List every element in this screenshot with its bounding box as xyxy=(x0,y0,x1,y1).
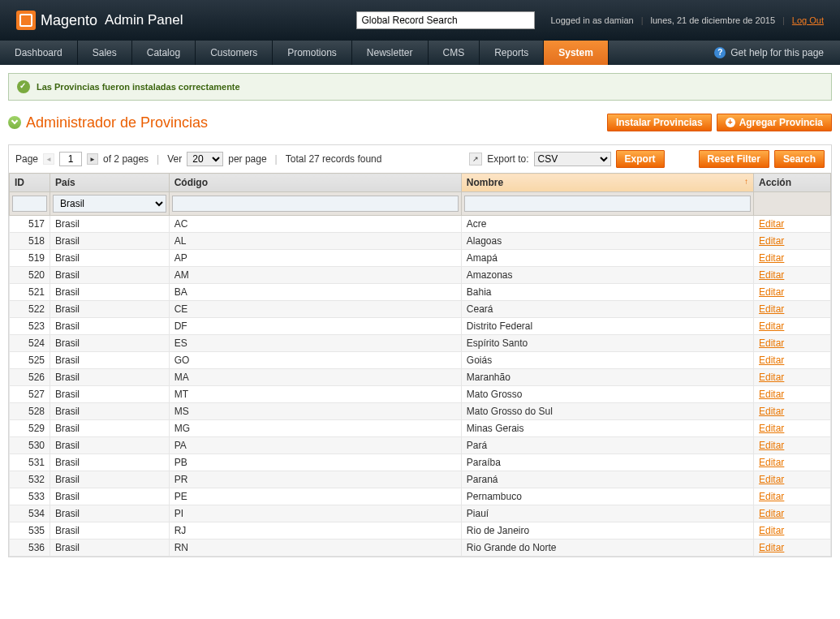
col-header-codigo[interactable]: Código xyxy=(169,174,461,192)
table-row[interactable]: 518BrasilALAlagoasEditar xyxy=(10,233,831,250)
edit-link[interactable]: Editar xyxy=(759,525,784,536)
table-row[interactable]: 526BrasilMAMaranhãoEditar xyxy=(10,369,831,386)
edit-link[interactable]: Editar xyxy=(759,269,784,281)
cell-id: 524 xyxy=(10,335,50,352)
install-provincias-button[interactable]: Instalar Provincias xyxy=(607,114,712,131)
nav-newsletter[interactable]: Newsletter xyxy=(352,41,429,65)
cell-nombre: Distrito Federal xyxy=(461,318,753,335)
col-header-id[interactable]: ID xyxy=(10,174,50,192)
edit-link[interactable]: Editar xyxy=(759,440,784,451)
nav-promotions[interactable]: Promotions xyxy=(273,41,352,65)
col-header-pais[interactable]: País xyxy=(50,174,170,192)
table-row[interactable]: 525BrasilGOGoiásEditar xyxy=(10,352,831,369)
logout-link[interactable]: Log Out xyxy=(792,15,824,25)
nav-sales[interactable]: Sales xyxy=(78,41,132,65)
edit-link[interactable]: Editar xyxy=(759,303,784,315)
cell-nombre: Mato Grosso xyxy=(461,386,753,403)
table-row[interactable]: 534BrasilPIPiauíEditar xyxy=(10,505,831,522)
edit-link[interactable]: Editar xyxy=(759,423,784,434)
edit-link[interactable]: Editar xyxy=(759,457,784,468)
filter-codigo-input[interactable] xyxy=(172,196,459,212)
search-button[interactable]: Search xyxy=(774,150,825,168)
edit-link[interactable]: Editar xyxy=(759,508,784,519)
edit-link[interactable]: Editar xyxy=(759,372,784,383)
cell-id: 521 xyxy=(10,284,50,301)
table-row[interactable]: 520BrasilAMAmazonasEditar xyxy=(10,267,831,284)
edit-link[interactable]: Editar xyxy=(759,355,784,366)
edit-link[interactable]: Editar xyxy=(759,235,784,247)
cell-id: 534 xyxy=(10,505,50,522)
table-row[interactable]: 517BrasilACAcreEditar xyxy=(10,216,831,233)
cell-nombre: Mato Grosso do Sul xyxy=(461,403,753,420)
nav-customers[interactable]: Customers xyxy=(196,41,273,65)
cell-nombre: Acre xyxy=(461,216,753,233)
table-row[interactable]: 533BrasilPEPernambucoEditar xyxy=(10,488,831,505)
edit-link[interactable]: Editar xyxy=(759,320,784,332)
table-row[interactable]: 521BrasilBABahiaEditar xyxy=(10,284,831,301)
cell-accion: Editar xyxy=(754,488,831,505)
cell-nombre: Piauí xyxy=(461,505,753,522)
cell-codigo: CE xyxy=(169,301,461,318)
page-input[interactable] xyxy=(59,152,82,166)
add-provincia-button[interactable]: + Agregar Provincia xyxy=(717,114,832,131)
nav-reports[interactable]: Reports xyxy=(480,41,544,65)
table-row[interactable]: 524BrasilESEspírito SantoEditar xyxy=(10,335,831,352)
edit-link[interactable]: Editar xyxy=(759,491,784,502)
table-row[interactable]: 522BrasilCECearáEditar xyxy=(10,301,831,318)
table-row[interactable]: 529BrasilMGMinas GeraisEditar xyxy=(10,420,831,437)
edit-link[interactable]: Editar xyxy=(759,286,784,298)
cell-nombre: Bahia xyxy=(461,284,753,301)
cell-accion: Editar xyxy=(754,505,831,522)
cell-id: 532 xyxy=(10,471,50,488)
cell-accion: Editar xyxy=(754,369,831,386)
filter-id-input[interactable] xyxy=(12,196,47,212)
main-nav: DashboardSalesCatalogCustomersPromotions… xyxy=(0,41,840,65)
filter-nombre-input[interactable] xyxy=(464,196,751,212)
help-link[interactable]: ? Get help for this page xyxy=(714,41,840,65)
cell-pais: Brasil xyxy=(50,437,170,454)
cell-codigo: BA xyxy=(169,284,461,301)
edit-link[interactable]: Editar xyxy=(759,406,784,417)
cell-nombre: Pernambuco xyxy=(461,488,753,505)
cell-id: 531 xyxy=(10,454,50,471)
nav-catalog[interactable]: Catalog xyxy=(132,41,196,65)
col-header-accion[interactable]: Acción xyxy=(754,174,831,192)
table-row[interactable]: 528BrasilMSMato Grosso do SulEditar xyxy=(10,403,831,420)
table-row[interactable]: 519BrasilAPAmapáEditar xyxy=(10,250,831,267)
logo[interactable]: Magento Admin Panel xyxy=(16,11,183,30)
cell-accion: Editar xyxy=(754,216,831,233)
table-row[interactable]: 530BrasilPAParáEditar xyxy=(10,437,831,454)
cell-codigo: MA xyxy=(169,369,461,386)
table-row[interactable]: 535BrasilRJRio de JaneiroEditar xyxy=(10,522,831,539)
edit-link[interactable]: Editar xyxy=(759,389,784,400)
table-row[interactable]: 536BrasilRNRio Grande do NorteEditar xyxy=(10,539,831,557)
global-search-input[interactable] xyxy=(356,11,535,29)
edit-link[interactable]: Editar xyxy=(759,337,784,349)
total-records-label: Total 27 records found xyxy=(286,153,382,165)
filter-pais-select[interactable]: Brasil xyxy=(53,195,166,213)
export-format-select[interactable]: CSV xyxy=(534,152,611,166)
table-row[interactable]: 527BrasilMTMato GrossoEditar xyxy=(10,386,831,403)
table-row[interactable]: 523BrasilDFDistrito FederalEditar xyxy=(10,318,831,335)
edit-link[interactable]: Editar xyxy=(759,542,784,553)
cell-id: 525 xyxy=(10,352,50,369)
reset-filter-button[interactable]: Reset Filter xyxy=(699,150,769,168)
next-page-button[interactable]: ► xyxy=(87,153,98,165)
edit-link[interactable]: Editar xyxy=(759,474,784,485)
nav-dashboard[interactable]: Dashboard xyxy=(0,41,78,65)
cell-pais: Brasil xyxy=(50,284,170,301)
edit-link[interactable]: Editar xyxy=(759,218,784,230)
page-title: Administrador de Provincias xyxy=(26,114,208,131)
prev-page-button[interactable]: ◄ xyxy=(43,153,54,165)
edit-link[interactable]: Editar xyxy=(759,252,784,264)
table-row[interactable]: 532BrasilPRParanáEditar xyxy=(10,471,831,488)
cell-pais: Brasil xyxy=(50,539,170,557)
col-header-nombre[interactable]: Nombre ↑ xyxy=(461,174,753,192)
cell-accion: Editar xyxy=(754,284,831,301)
nav-cms[interactable]: CMS xyxy=(429,41,480,65)
table-row[interactable]: 531BrasilPBParaíbaEditar xyxy=(10,454,831,471)
page-size-select[interactable]: 20 xyxy=(187,152,223,166)
cell-pais: Brasil xyxy=(50,318,170,335)
export-button[interactable]: Export xyxy=(616,150,665,168)
nav-system[interactable]: System xyxy=(544,41,609,65)
